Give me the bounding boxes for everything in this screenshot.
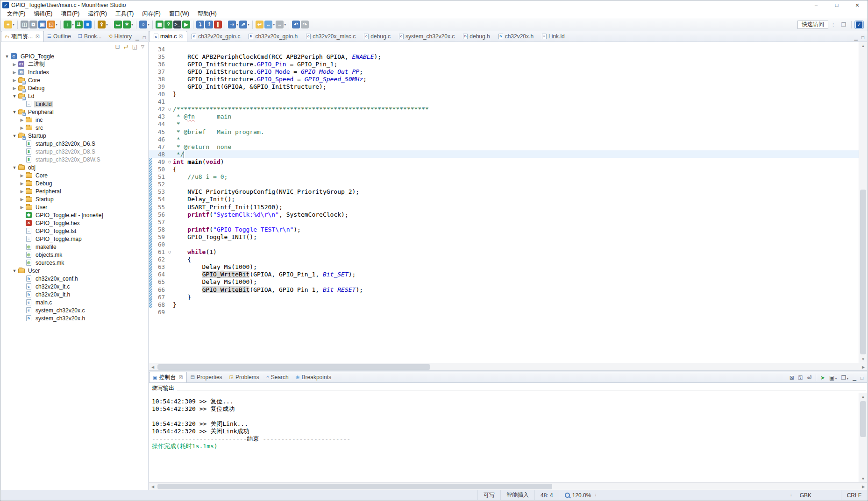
tree-item-gpio_toggle.map[interactable]: ≡GPIO_Toggle.map — [1, 235, 148, 243]
editor-tab-ch32v20x_misc.c[interactable]: cch32v20x_misc.c — [302, 31, 360, 42]
explorer-tab-项目资[interactable]: 🗀项目资...☒ — [1, 31, 44, 42]
next-edit-icon[interactable]: ↷ — [301, 21, 309, 28]
flash-download-all-icon[interactable]: ⇊ — [75, 21, 83, 28]
search-icon[interactable]: ○▾ — [139, 21, 149, 28]
minimize-view-icon[interactable]: ▁ — [853, 375, 856, 381]
flash-download-icon[interactable]: ↓▾ — [64, 21, 74, 28]
profile-skip-icon[interactable]: ∥ — [214, 21, 222, 28]
fold-marker-icon[interactable]: ⊖ — [166, 159, 173, 164]
word-wrap-icon[interactable]: ⏎ — [807, 374, 811, 381]
chevron-right-icon[interactable]: ▶ — [19, 181, 25, 186]
tree-item-gpio_toggle.elf-nonele[interactable]: ⬟GPIO_Toggle.elf - [none/le] — [1, 211, 148, 219]
code-line-57[interactable]: 57 — [149, 218, 859, 226]
console-tab-控制台[interactable]: ▣控制台☒ — [149, 372, 187, 382]
status-zoom[interactable]: 120.0% ⋮ — [559, 490, 605, 500]
code-line-62[interactable]: 62 { — [149, 256, 859, 263]
code-editor[interactable]: 3435 RCC_APB2PeriphClockCmd(RCC_APB2Peri… — [149, 42, 867, 363]
console-vertical-scrollbar[interactable]: ▲ ▼ — [859, 393, 867, 482]
menu-f[interactable]: 闪存(F) — [138, 9, 164, 18]
code-line-49[interactable]: 49⊖int main(void) — [149, 158, 859, 165]
code-line-61[interactable]: 61⊖ while(1) — [149, 248, 859, 256]
mounriver-perspective-icon[interactable] — [854, 21, 864, 29]
code-line-44[interactable]: 44 * — [149, 120, 859, 128]
chevron-down-icon[interactable]: ▼ — [4, 54, 10, 59]
code-line-46[interactable]: 46 * — [149, 135, 859, 143]
code-line-40[interactable]: 40} — [149, 91, 859, 98]
open-declaration-icon[interactable]: ⇒▾ — [228, 21, 238, 28]
code-line-55[interactable]: 55 USART_Printf_Init(115200); — [149, 203, 859, 211]
run-chip-icon[interactable]: ▦ — [156, 21, 164, 28]
tree-item-includes[interactable]: ▶⧉Includes — [1, 68, 148, 76]
editor-vertical-scrollbar[interactable]: ▲ ▼ — [859, 42, 867, 363]
code-line-63[interactable]: 63 Delay_Ms(1000); — [149, 263, 859, 271]
step-return-icon[interactable]: ⤴ — [205, 21, 213, 28]
code-line-45[interactable]: 45 * @brief Main program. — [149, 128, 859, 135]
close-tab-icon[interactable]: ☒ — [36, 34, 40, 39]
editor-tab-debug.c[interactable]: cdebug.c — [360, 31, 395, 42]
editor-tab-debug.h[interactable]: hdebug.h — [459, 31, 494, 42]
menu-w[interactable]: 窗口(W) — [165, 9, 193, 18]
nav-forward-icon[interactable]: →▾ — [276, 21, 286, 28]
tree-item-ch32v20x_conf.h[interactable]: hch32v20x_conf.h — [1, 275, 148, 282]
scroll-lock-icon[interactable]: ⚿ — [798, 374, 803, 381]
tree-item-startup_ch32v20x_d8.s[interactable]: Sstartup_ch32v20x_D8.S — [1, 148, 148, 155]
maximize-button[interactable]: □ — [826, 0, 847, 10]
tree-item-sources.mk[interactable]: ◎sources.mk — [1, 259, 148, 267]
fold-marker-icon[interactable]: ⊖ — [166, 106, 173, 112]
link-with-editor-icon[interactable]: ⇄ — [124, 43, 128, 50]
tree-item-peripheral[interactable]: ▼CPeripheral — [1, 108, 148, 116]
menu-e[interactable]: 编辑(E) — [30, 9, 56, 18]
tree-item-system_ch32v20x.c[interactable]: csystem_ch32v20x.c — [1, 306, 148, 314]
tree-item-link.ld[interactable]: ≡Link.ld — [1, 100, 148, 108]
tree-item-main.c[interactable]: cmain.c — [1, 298, 148, 306]
code-line-60[interactable]: 60 — [149, 240, 859, 248]
code-line-54[interactable]: 54 Delay_Init(); — [149, 196, 859, 203]
maximize-view-icon[interactable]: □ — [143, 35, 146, 40]
code-line-59[interactable]: 59 GPIO_Toggle_INIT(); — [149, 233, 859, 240]
code-line-65[interactable]: 65 Delay_Ms(1000); — [149, 278, 859, 286]
chevron-right-icon[interactable]: ▶ — [19, 173, 25, 178]
chevron-right-icon[interactable]: ▶ — [19, 118, 25, 122]
code-line-36[interactable]: 36 GPIO_InitStructure.GPIO_Pin = GPIO_Pi… — [149, 60, 859, 68]
chevron-right-icon[interactable]: ▶ — [11, 70, 18, 75]
editor-tab-ch32v20x.h[interactable]: hch32v20x.h — [494, 31, 538, 42]
tree-item-peripheral[interactable]: ▶Peripheral — [1, 187, 148, 195]
open-resource-icon[interactable]: ⇗▾ — [239, 21, 249, 28]
tree-item-startup_ch32v20x_d6.s[interactable]: Sstartup_ch32v20x_D6.S — [1, 140, 148, 148]
tree-item-obj[interactable]: ▼obj — [1, 163, 148, 171]
code-line-42[interactable]: 42⊖/************************************… — [149, 106, 859, 113]
tree-item-gpio_toggle.lst[interactable]: ≡GPIO_Toggle.lst — [1, 227, 148, 235]
menu-t[interactable]: 工具(T) — [112, 9, 137, 18]
code-line-39[interactable]: 39 GPIO_Init(GPIOA, &GPIO_InitStructure)… — [149, 83, 859, 90]
code-line-48[interactable]: 48 */ — [149, 150, 859, 158]
code-line-67[interactable]: 67 } — [149, 293, 859, 301]
fold-marker-icon[interactable]: ⊖ — [166, 249, 173, 254]
code-line-47[interactable]: 47 * @return none — [149, 143, 859, 150]
editor-horizontal-scrollbar[interactable]: ◀ ▶ — [149, 363, 867, 370]
chevron-right-icon[interactable]: ▶ — [11, 78, 18, 83]
nav-back-icon[interactable]: ←▾ — [264, 21, 275, 28]
code-line-37[interactable]: 37 GPIO_InitStructure.GPIO_Mode = GPIO_M… — [149, 68, 859, 75]
save-all-icon[interactable]: ⧉ — [29, 21, 37, 28]
tree-item-gpio_toggle.hex[interactable]: ✕GPIO_Toggle.hex — [1, 219, 148, 227]
tree-item-ld[interactable]: ▼CLd — [1, 92, 148, 100]
last-edit-icon[interactable]: ↶ — [292, 21, 300, 28]
code-line-38[interactable]: 38 GPIO_InitStructure.GPIO_Speed = GPIO_… — [149, 75, 859, 83]
chevron-down-icon[interactable]: ▼ — [11, 110, 18, 114]
scroll-right-icon[interactable]: ▶ — [860, 483, 867, 490]
code-line-34[interactable]: 34 — [149, 45, 859, 53]
collapse-all-icon[interactable]: ⊟ — [115, 43, 120, 50]
editor-tab-system_ch32v20x.c[interactable]: csystem_ch32v20x.c — [395, 31, 459, 42]
terminal-icon[interactable]: >_ — [173, 21, 181, 28]
scroll-up-icon[interactable]: ▲ — [859, 42, 867, 49]
chevron-right-icon[interactable]: ▶ — [11, 62, 18, 67]
chevron-down-icon[interactable]: ▼ — [11, 268, 18, 273]
editor-tab-link.ld[interactable]: ≡Link.ld — [538, 31, 569, 42]
console-tab-breakpoints[interactable]: ◉Breakpoints — [292, 372, 335, 382]
target-board-icon[interactable]: ▭ — [114, 21, 122, 28]
chevron-right-icon[interactable]: ▶ — [11, 86, 18, 91]
new-wizard-icon[interactable]: +▾ — [4, 21, 14, 28]
console-tab-problems[interactable]: ◲Problems — [226, 372, 263, 382]
console-output[interactable]: 10:54:42:309 >> 复位...10:54:42:320 >> 复位成… — [149, 393, 867, 482]
clear-console-icon[interactable]: ⊠ — [790, 374, 794, 381]
